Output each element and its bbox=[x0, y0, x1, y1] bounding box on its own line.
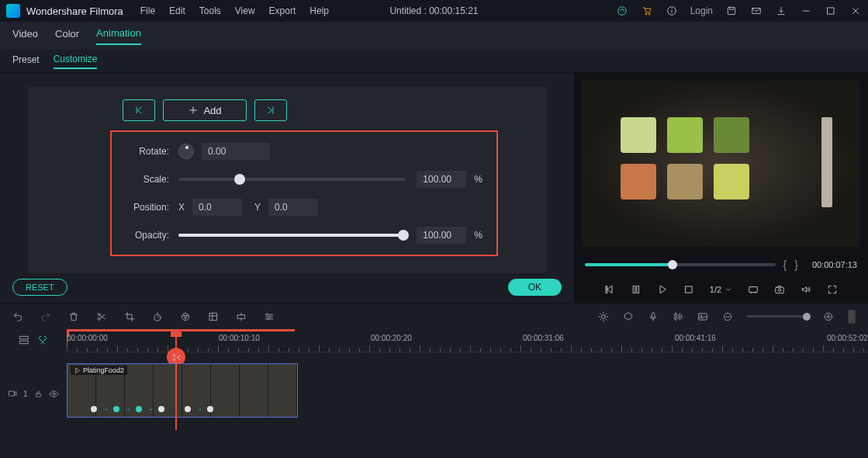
zoom-in-icon[interactable] bbox=[823, 311, 834, 322]
fullscreen-icon[interactable] bbox=[827, 284, 838, 295]
scale-input[interactable] bbox=[417, 171, 466, 188]
quality-icon[interactable] bbox=[748, 284, 759, 295]
preview-scrubber[interactable] bbox=[585, 263, 776, 266]
svg-point-20 bbox=[185, 317, 186, 318]
voiceover-icon[interactable] bbox=[648, 311, 659, 322]
ok-button[interactable]: OK bbox=[508, 279, 562, 296]
cart-icon[interactable] bbox=[641, 5, 653, 17]
pause-icon[interactable] bbox=[631, 284, 641, 295]
lock-icon[interactable] bbox=[34, 390, 43, 398]
split-icon[interactable] bbox=[96, 311, 107, 322]
login-button[interactable]: Login bbox=[690, 5, 713, 16]
ruler-mark: 00:00:10:10 bbox=[219, 334, 260, 342]
render-icon[interactable] bbox=[598, 311, 609, 322]
download-icon[interactable] bbox=[775, 5, 787, 17]
speed-icon[interactable] bbox=[152, 311, 163, 322]
close-icon[interactable] bbox=[849, 5, 862, 17]
position-y-input[interactable] bbox=[268, 199, 318, 216]
minimize-icon[interactable] bbox=[800, 5, 812, 17]
rotate-input[interactable] bbox=[202, 143, 270, 160]
opacity-slider[interactable] bbox=[178, 234, 406, 237]
adjust-icon[interactable] bbox=[264, 311, 275, 322]
playback-speed[interactable]: 1/2 bbox=[710, 285, 732, 294]
audio-meter bbox=[848, 310, 856, 324]
svg-point-32 bbox=[52, 392, 54, 394]
ruler-mark: 00:00:52:02 bbox=[827, 334, 868, 342]
svg-rect-28 bbox=[20, 336, 29, 339]
playhead-line[interactable] bbox=[175, 329, 177, 430]
green-screen-icon[interactable] bbox=[208, 311, 219, 322]
svg-rect-30 bbox=[9, 391, 15, 396]
redo-icon[interactable] bbox=[40, 311, 51, 322]
next-keyframe-button[interactable] bbox=[254, 99, 287, 121]
volume-icon[interactable] bbox=[801, 284, 811, 295]
svg-point-0 bbox=[617, 7, 626, 16]
thumbnails-icon[interactable] bbox=[697, 311, 708, 322]
audio-mixer-icon[interactable] bbox=[673, 311, 683, 322]
subtab-preset[interactable]: Preset bbox=[12, 54, 40, 68]
info-icon[interactable] bbox=[666, 5, 678, 17]
step-back-icon[interactable] bbox=[604, 284, 615, 295]
track-number: 1 bbox=[23, 390, 28, 398]
brand-name: Wondershare Filmora bbox=[26, 5, 123, 17]
maximize-icon[interactable] bbox=[825, 5, 837, 17]
add-keyframe-label: Add bbox=[203, 105, 221, 116]
svg-rect-11 bbox=[749, 286, 758, 292]
zoom-out-icon[interactable] bbox=[722, 311, 733, 322]
snap-icon[interactable] bbox=[37, 335, 48, 348]
timeline-ruler[interactable]: 00:00:00:0000:00:10:1000:00:20:2000:00:3… bbox=[67, 329, 868, 352]
delete-icon[interactable] bbox=[68, 311, 79, 322]
svg-rect-10 bbox=[686, 286, 692, 292]
timeline-toolbar bbox=[0, 303, 868, 329]
scale-slider[interactable] bbox=[178, 178, 406, 181]
app-logo-icon bbox=[6, 4, 20, 18]
panel-tabs: Video Color Animation bbox=[0, 22, 868, 50]
menu-help[interactable]: Help bbox=[310, 5, 329, 16]
prev-keyframe-button[interactable] bbox=[123, 99, 155, 121]
subtab-customize[interactable]: Customize bbox=[54, 54, 98, 69]
video-track-header[interactable]: 1 bbox=[0, 352, 67, 435]
position-x-label: X bbox=[178, 202, 185, 213]
tab-animation[interactable]: Animation bbox=[96, 27, 141, 45]
position-label: Position: bbox=[126, 202, 169, 213]
mark-out-icon[interactable]: } bbox=[794, 258, 798, 271]
ruler-mark: 00:00:41:16 bbox=[675, 334, 716, 342]
play-icon[interactable] bbox=[657, 284, 668, 295]
transform-controls-highlight: Rotate: Scale: % Position: X Y bbox=[110, 130, 498, 256]
track-manager-icon[interactable] bbox=[19, 335, 29, 348]
svg-rect-6 bbox=[828, 8, 834, 14]
timeline-clip[interactable]: PlatingFood2 → → → → bbox=[67, 363, 298, 418]
tab-color[interactable]: Color bbox=[55, 28, 79, 44]
support-icon[interactable] bbox=[616, 5, 628, 17]
undo-icon[interactable] bbox=[12, 311, 23, 322]
menu-export[interactable]: Export bbox=[269, 5, 296, 16]
mail-icon[interactable] bbox=[750, 5, 763, 17]
marker-icon[interactable] bbox=[623, 311, 634, 322]
menu-edit[interactable]: Edit bbox=[169, 5, 185, 16]
rotate-dial[interactable] bbox=[178, 144, 194, 159]
crop-icon[interactable] bbox=[124, 311, 135, 322]
zoom-slider[interactable] bbox=[747, 315, 809, 317]
opacity-label: Opacity: bbox=[126, 230, 169, 241]
keyframe-icon[interactable] bbox=[236, 311, 247, 322]
color-icon[interactable] bbox=[180, 311, 191, 322]
tab-video[interactable]: Video bbox=[12, 28, 38, 44]
preview-timecode: 00:00:07:13 bbox=[812, 260, 857, 269]
position-x-input[interactable] bbox=[192, 199, 242, 216]
menu-view[interactable]: View bbox=[235, 5, 255, 16]
clip-name: PlatingFood2 bbox=[83, 366, 124, 374]
preview-canvas[interactable] bbox=[582, 81, 860, 247]
ruler-mark: 00:00:00:00 bbox=[67, 334, 108, 342]
opacity-input[interactable] bbox=[417, 227, 466, 244]
snapshot-icon[interactable] bbox=[774, 284, 785, 295]
menu-tools[interactable]: Tools bbox=[199, 5, 221, 16]
stop-icon[interactable] bbox=[683, 284, 694, 295]
svg-rect-29 bbox=[20, 341, 29, 344]
visibility-icon[interactable] bbox=[49, 389, 59, 399]
svg-point-22 bbox=[602, 314, 606, 318]
mark-in-icon[interactable]: { bbox=[783, 258, 787, 271]
add-keyframe-button[interactable]: Add bbox=[163, 99, 247, 121]
menu-file[interactable]: File bbox=[140, 5, 155, 16]
save-icon[interactable] bbox=[725, 5, 738, 17]
reset-button[interactable]: RESET bbox=[12, 279, 67, 296]
